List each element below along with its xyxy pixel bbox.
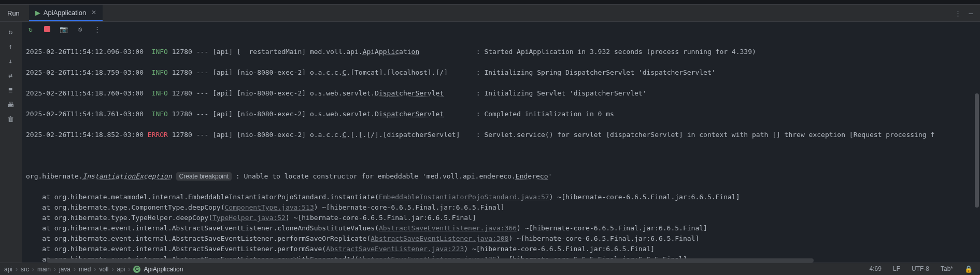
vertical-scrollbar[interactable] xyxy=(975,93,979,208)
source-link[interactable]: AbstractSaveEventListener.java:308 xyxy=(371,235,508,242)
source-link[interactable]: TypeHelper.java:52 xyxy=(212,214,286,222)
breadcrumb-segment[interactable]: main xyxy=(37,266,51,273)
rerun-icon[interactable]: ↻ xyxy=(6,27,16,36)
kebab-icon[interactable]: ⋮ xyxy=(955,9,961,17)
breadcrumb-segment[interactable]: src xyxy=(21,266,29,273)
breadcrumb-segment[interactable]: api xyxy=(117,266,125,273)
exit-icon[interactable]: ⎋ xyxy=(76,25,85,33)
stack-frame: at org.hibernate.type.TypeHelper.deepCop… xyxy=(26,213,980,223)
rerun-inline-icon[interactable]: ↻ xyxy=(26,25,35,33)
more-icon[interactable]: ⋮ xyxy=(92,25,102,33)
up-arrow-icon[interactable]: ↑ xyxy=(6,42,16,51)
close-icon[interactable]: ✕ xyxy=(91,9,96,16)
status-bar: api›src›main›java›med›voll›api›C ApiAppl… xyxy=(0,263,980,275)
run-tab-label: ApiApplication xyxy=(44,9,86,17)
stop-icon[interactable] xyxy=(42,26,52,32)
breadcrumb-segment[interactable]: voll xyxy=(99,266,108,273)
filter-icon[interactable]: ⇄ xyxy=(6,71,16,80)
source-link[interactable]: EmbeddableInstantiatorPojoStandard.java:… xyxy=(379,193,549,201)
run-icon: ▶ xyxy=(35,9,40,17)
indent-status[interactable]: Tab* xyxy=(941,265,953,273)
run-gutter: ↻ ↑ ↓ ⇄ ≣ 🖶 🗑 xyxy=(0,22,22,263)
stack-frame: at org.hibernate.metamodel.internal.Embe… xyxy=(26,192,980,202)
file-encoding[interactable]: UTF-8 xyxy=(912,265,929,273)
stack-frame: at org.hibernate.event.internal.Abstract… xyxy=(26,233,980,244)
down-arrow-icon[interactable]: ↓ xyxy=(6,56,16,65)
print-icon[interactable]: 🖶 xyxy=(6,100,16,109)
breadcrumb-segment[interactable]: med xyxy=(79,266,91,273)
source-link[interactable]: AbstractSaveEventListener.java:366 xyxy=(379,224,517,232)
camera-icon[interactable]: 📷 xyxy=(59,25,68,33)
run-toolwindow-label: Run xyxy=(0,5,29,21)
create-breakpoint-hint[interactable]: Create breakpoint xyxy=(176,172,232,181)
line-separator[interactable]: LF xyxy=(893,265,900,273)
source-link[interactable]: ComponentType.java:513 xyxy=(225,203,314,211)
run-tab-apiapplication[interactable]: ▶ ApiApplication ✕ xyxy=(29,5,103,21)
readonly-lock-icon[interactable]: 🔒 xyxy=(964,265,973,273)
source-link[interactable]: AbstractSaveEventListener.java:223 xyxy=(326,245,464,253)
breadcrumb-segment[interactable]: java xyxy=(59,266,70,273)
layout-icon[interactable]: ≣ xyxy=(6,85,16,94)
exception-class-link[interactable]: InstantiationException xyxy=(83,172,172,180)
console-toolbar: ↻ 📷 ⎋ ⋮ xyxy=(22,22,980,36)
breadcrumb[interactable]: api›src›main›java›med›voll›api›C ApiAppl… xyxy=(0,266,183,273)
trash-icon[interactable]: 🗑 xyxy=(6,114,16,123)
run-tab-bar: Run ▶ ApiApplication ✕ ⋮ — xyxy=(0,4,980,22)
minimize-icon[interactable]: — xyxy=(969,9,973,17)
breadcrumb-segment[interactable]: api xyxy=(4,266,12,273)
breadcrumb-segment[interactable]: ApiApplication xyxy=(144,266,183,273)
caret-position[interactable]: 4:69 xyxy=(870,265,882,273)
class-icon: C xyxy=(133,266,140,273)
horizontal-scrollbar[interactable] xyxy=(47,258,814,263)
stack-frame: at org.hibernate.event.internal.Abstract… xyxy=(26,223,980,233)
stack-frame: at org.hibernate.event.internal.Abstract… xyxy=(26,244,980,254)
stack-frame: at org.hibernate.type.ComponentType.deep… xyxy=(26,202,980,213)
console-output[interactable]: 2025-02-26T11:54:12.096-03:00 INFO 12780… xyxy=(22,36,980,263)
